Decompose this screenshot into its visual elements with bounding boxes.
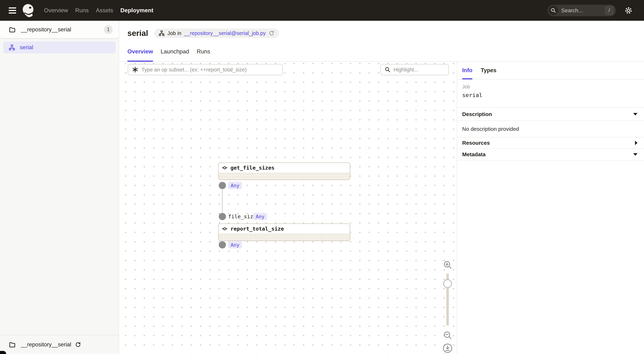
settings-gear-icon[interactable] (624, 6, 633, 15)
dagster-logo-icon[interactable] (22, 4, 35, 17)
op-name: get_file_sizes (230, 165, 274, 171)
section-resources[interactable]: Resources (457, 137, 644, 149)
chevron-down-icon (633, 113, 638, 115)
op-selector-icon (132, 66, 138, 73)
topnav-right: / (548, 5, 638, 16)
op-icon (222, 226, 228, 232)
search-icon (384, 67, 391, 73)
reload-repository-icon[interactable] (75, 341, 81, 348)
folder-icon (9, 341, 16, 348)
footer-repository-name: __repository__serial (21, 341, 71, 348)
job-name-value: serial (462, 92, 639, 98)
description-empty-state: No description provided (457, 121, 644, 137)
search-input[interactable] (561, 8, 605, 14)
output-port[interactable] (219, 182, 226, 189)
section-title: Resources (462, 140, 490, 146)
chevron-down-icon (633, 153, 638, 156)
info-panel-tabs: Info Types (457, 62, 644, 79)
zoom-in-icon[interactable] (443, 260, 452, 270)
dependency-edge (222, 190, 223, 213)
op-node-report-total-size[interactable]: report_total_size (218, 223, 350, 241)
hamburger-menu-icon[interactable] (9, 8, 16, 14)
section-title: Description (462, 111, 492, 117)
job-graph-icon (158, 30, 165, 36)
content: get_file_sizes Any file_sizes Any (119, 62, 644, 354)
job-tabs: Overview Launchpad Runs (119, 21, 644, 62)
section-metadata[interactable]: Metadata (457, 149, 644, 160)
app-window: Overview Runs Assets Deployment / (0, 0, 644, 354)
highlight-input[interactable] (394, 67, 445, 73)
nav-item-runs[interactable]: Runs (75, 7, 89, 14)
tab-overview[interactable]: Overview (128, 48, 153, 61)
section-description[interactable]: Description (457, 108, 644, 121)
output-port[interactable] (219, 241, 226, 248)
job-source-link[interactable]: __repository__serial@serial_job.py (184, 30, 266, 36)
job-context-pill: Job in __repository__serial@serial_job.p… (154, 29, 279, 38)
zoom-slider-handle[interactable] (443, 279, 452, 288)
repository-count-badge: 1 (104, 25, 112, 34)
type-badge[interactable]: Any (228, 241, 242, 248)
search-shortcut-badge: / (605, 6, 613, 15)
op-subset-input[interactable] (142, 67, 279, 73)
op-config-section (218, 173, 350, 180)
top-nav: Overview Runs Assets Deployment / (0, 0, 644, 21)
job-summary: Job serial (457, 79, 644, 108)
nav-item-deployment[interactable]: Deployment (120, 7, 153, 14)
sidebar-footer: __repository__serial (0, 335, 119, 354)
input-port[interactable] (219, 213, 226, 220)
right-info-panel: Info Types Job serial Description No des… (457, 62, 644, 354)
op-node-get-file-sizes[interactable]: get_file_sizes (218, 162, 350, 180)
tab-launchpad[interactable]: Launchpad (160, 48, 189, 61)
main-area: serial Job in __repository__serial@seria… (119, 21, 644, 354)
type-badge[interactable]: Any (228, 182, 242, 189)
nav-item-overview[interactable]: Overview (44, 7, 68, 14)
folder-icon (9, 26, 16, 33)
tab-info[interactable]: Info (462, 62, 472, 79)
nav-item-assets[interactable]: Assets (96, 7, 113, 14)
op-graph-canvas[interactable]: get_file_sizes Any file_sizes Any (119, 62, 457, 354)
section-title: Metadata (462, 151, 486, 157)
type-badge[interactable]: Any (253, 213, 267, 220)
repository-name: __repository__serial (21, 26, 71, 33)
op-subset-filter (128, 64, 283, 75)
zoom-out-icon[interactable] (443, 330, 452, 340)
sidebar-item-serial-job[interactable]: serial (3, 42, 116, 53)
repository-header[interactable]: __repository__serial 1 (0, 21, 119, 39)
sidebar-item-label: serial (20, 44, 33, 51)
job-context-prefix: Job in (168, 30, 181, 36)
job-label: Job (462, 84, 639, 90)
highlight-filter (380, 64, 449, 75)
tab-runs[interactable]: Runs (197, 48, 210, 61)
refresh-icon[interactable] (268, 30, 274, 36)
chevron-right-icon (635, 141, 638, 145)
download-image-icon[interactable] (442, 343, 453, 353)
op-config-section (218, 234, 350, 241)
primary-nav: Overview Runs Assets Deployment (44, 7, 153, 14)
tab-types[interactable]: Types (481, 62, 496, 79)
op-icon (222, 165, 228, 171)
page-title: serial (128, 29, 148, 38)
global-search[interactable]: / (548, 5, 616, 16)
left-sidebar: __repository__serial 1 serial __reposito… (0, 21, 119, 354)
page-header: serial Job in __repository__serial@seria… (128, 27, 279, 39)
op-name: report_total_size (230, 226, 284, 232)
search-icon (548, 6, 558, 15)
job-graph-icon (9, 44, 15, 51)
